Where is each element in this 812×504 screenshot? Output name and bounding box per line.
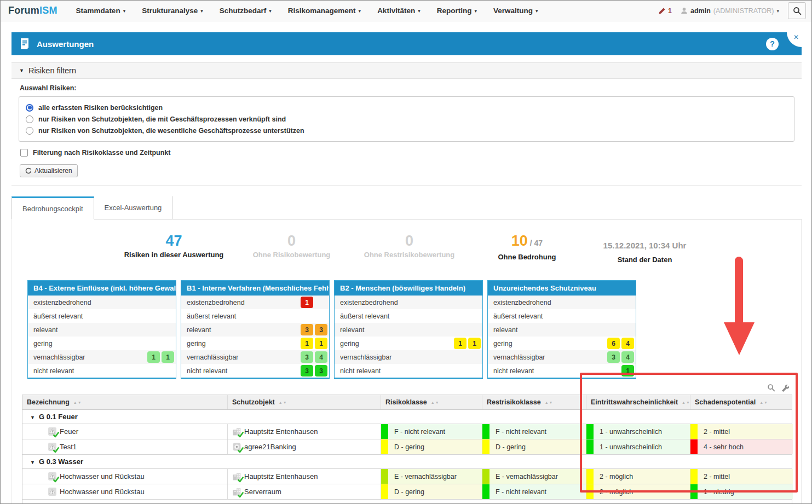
risk-name-cell[interactable]: Feuer: [22, 424, 228, 439]
count-badge[interactable]: 3: [301, 324, 313, 335]
count-badge[interactable]: 1: [147, 351, 160, 363]
threat-card-row: vernachlässigbar11: [28, 350, 176, 364]
menu-reporting[interactable]: Reporting▾: [437, 7, 477, 15]
column-header-risikoklasse[interactable]: Risikoklasse▲▼: [381, 395, 482, 409]
threat-card-row: vernachlässigbar34: [488, 350, 636, 364]
menu-schutzbedarf[interactable]: Schutzbedarf▾: [220, 7, 272, 15]
radio-icon: [26, 127, 33, 135]
risk-option-1[interactable]: alle erfassten Risiken berücksichtigen: [26, 102, 787, 113]
table-search-icon[interactable]: [767, 384, 775, 392]
count-badge[interactable]: 1: [621, 365, 634, 376]
risk-name-cell[interactable]: Hochwasser und Rückstau: [22, 484, 228, 499]
sort-icons[interactable]: ▲▼: [682, 401, 690, 404]
group-row[interactable]: ▼G 0.1 Feuer: [22, 410, 792, 424]
sort-icons[interactable]: ▲▼: [431, 401, 440, 404]
count-badge[interactable]: 6: [607, 338, 620, 349]
close-button[interactable]: ✕: [787, 32, 802, 47]
count-badge[interactable]: 3: [607, 351, 620, 363]
risikoklasse-cell: F - nicht relevant: [381, 424, 482, 439]
threat-card-row: gering11: [335, 337, 482, 350]
help-button[interactable]: ?: [766, 38, 779, 50]
count-badge[interactable]: 1: [468, 338, 481, 349]
badge-slot: 1: [468, 338, 481, 349]
count-badge[interactable]: 4: [315, 351, 327, 363]
badge-slot: [454, 324, 467, 335]
table-row[interactable]: Hochwasser und RückstauHauptsitz Entenha…: [22, 469, 792, 484]
count-badge[interactable]: 1: [162, 351, 174, 363]
badge-slots: [147, 338, 174, 349]
table-row[interactable]: FeuerHauptsitz EntenhausenF - nicht rele…: [22, 424, 792, 439]
threat-card-row: vernachlässigbar34: [181, 350, 329, 364]
group-row[interactable]: ▼G 0.10 Ausfall oder Störung von Versorg…: [22, 500, 792, 504]
tab-bedrohungscockpit[interactable]: Bedrohungscockpit: [11, 196, 94, 219]
level-color-bar: [482, 469, 489, 484]
count-badge[interactable]: 3: [315, 324, 327, 335]
chevron-down-icon: ▾: [123, 8, 126, 14]
risk-name-cell[interactable]: Hochwasser und Rückstau: [22, 469, 228, 484]
column-header-schutzobjekt[interactable]: Schutzobjekt▲▼: [228, 395, 381, 409]
app-logo[interactable]: ForumISM: [8, 5, 57, 16]
menu-verwaltung[interactable]: Verwaltung▾: [493, 7, 538, 15]
restrisikoklasse-cell: F - nicht relevant: [482, 484, 586, 499]
risk-class-filter-checkbox[interactable]: Filterung nach Risikoklasse und Zeitpunk…: [20, 149, 794, 157]
schutzobjekt-cell[interactable]: Hauptsitz Entenhausen: [228, 469, 381, 484]
sort-icons[interactable]: ▲▼: [545, 401, 554, 404]
sort-icons[interactable]: ▲▼: [759, 401, 768, 404]
table-row[interactable]: Hochwasser und RückstauServerraumD - ger…: [22, 484, 792, 500]
menu-risikomanagement[interactable]: Risikomanagement▾: [288, 7, 361, 15]
schadenspotential-cell: 2 - mittel: [690, 424, 793, 439]
risk-name-cell[interactable]: Test1: [22, 439, 228, 454]
count-badge[interactable]: 1: [301, 297, 313, 308]
table-row[interactable]: Test1agree21BankingD - geringD - gering1…: [22, 439, 792, 455]
badge-slot: 3: [301, 324, 313, 335]
count-badge[interactable]: 1: [301, 338, 313, 349]
badge-slot: 3: [315, 365, 327, 376]
sort-icons[interactable]: ▲▼: [73, 401, 82, 404]
count-badge[interactable]: 3: [301, 351, 313, 363]
column-header-bezeichnung[interactable]: Bezeichnung▲▼: [22, 395, 228, 409]
refresh-button[interactable]: Aktualisieren: [20, 164, 78, 177]
badge-slots: [454, 310, 481, 322]
count-badge[interactable]: 3: [315, 365, 327, 376]
badge-slot: [454, 310, 467, 322]
menu-stammdaten[interactable]: Stammdaten▾: [76, 7, 126, 15]
stat-label: Risiken in dieser Auswertung: [115, 251, 233, 259]
column-label: Bezeichnung: [27, 398, 70, 406]
schutzobjekt-cell[interactable]: agree21Banking: [228, 439, 381, 454]
schutzobjekt-cell[interactable]: Hauptsitz Entenhausen: [228, 424, 381, 439]
column-header-eintrittswahrscheinlichkeit[interactable]: Eintrittswahrscheinlichkeit▲▼: [586, 395, 690, 409]
count-badge[interactable]: 4: [621, 338, 634, 349]
group-row[interactable]: ▼G 0.3 Wasser: [22, 455, 792, 469]
risk-option-2[interactable]: nur Risiken von Schutzobjekten, die mit …: [26, 113, 787, 125]
badge-slot: [621, 324, 634, 335]
count-badge[interactable]: 4: [621, 351, 634, 363]
relevance-label: relevant: [493, 326, 607, 334]
schutzobjekt-cell[interactable]: Serverraum: [228, 484, 381, 499]
column-header-restrisikoklasse[interactable]: Restrisikoklasse▲▼: [482, 395, 586, 409]
badge-slots: [607, 310, 634, 322]
threat-card-4: Unzureichendes Schutzniveauexistenzbedro…: [487, 280, 636, 379]
count-badge[interactable]: 1: [315, 338, 327, 349]
search-button[interactable]: [788, 2, 806, 19]
menu-aktivitäten[interactable]: Aktivitäten▾: [377, 7, 421, 15]
sort-icons[interactable]: ▲▼: [279, 401, 287, 404]
column-header-schadenspotential[interactable]: Schadenspotential▲▼: [690, 395, 793, 409]
count-badge[interactable]: 3: [301, 365, 313, 376]
edit-indicator[interactable]: 1: [658, 7, 672, 15]
threat-card-row: vernachlässigbar: [335, 350, 482, 364]
user-role: (ADMINISTRATOR): [713, 7, 774, 15]
threat-card-row: nicht relevant1: [488, 364, 636, 378]
tab-excel-auswertung[interactable]: Excel-Auswertung: [94, 196, 173, 219]
user-menu[interactable]: admin (ADMINISTRATOR) ▾: [681, 7, 779, 15]
menu-strukturanalyse[interactable]: Strukturanalyse▾: [142, 7, 203, 15]
relevance-label: gering: [493, 340, 607, 347]
count-badge[interactable]: 1: [454, 338, 467, 349]
risk-option-3[interactable]: nur Risiken von Schutzobjekten, die wese…: [26, 125, 787, 136]
check-icon: [53, 447, 59, 453]
filter-section-toggle[interactable]: ▼ Risiken filtern: [11, 63, 802, 79]
stat-5: 15.12.2021, 10:34 UhrStand der Daten: [586, 233, 704, 264]
table-settings-wrench-icon[interactable]: [781, 384, 789, 392]
radio-label: nur Risiken von Schutzobjekten, die wese…: [38, 127, 304, 135]
threat-card-row: existenzbedrohend1: [181, 296, 329, 309]
level-color-bar: [690, 469, 698, 484]
